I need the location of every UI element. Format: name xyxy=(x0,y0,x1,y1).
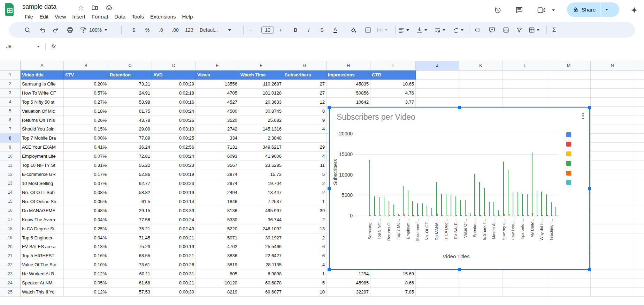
cell[interactable] xyxy=(416,269,459,278)
cell[interactable]: ACE Your EXAM xyxy=(21,143,64,152)
cell[interactable] xyxy=(591,242,634,251)
row-header-16[interactable]: 16 xyxy=(0,206,21,215)
cell[interactable]: 10.65 xyxy=(370,80,416,89)
row-header-17[interactable]: 17 xyxy=(0,215,21,224)
cell[interactable] xyxy=(591,233,634,243)
cell[interactable] xyxy=(591,152,634,161)
column-header-N[interactable]: N xyxy=(591,61,634,70)
cell[interactable]: 6093 xyxy=(196,152,239,161)
cell[interactable]: 0.20% xyxy=(64,80,108,89)
cell[interactable]: 2 xyxy=(283,215,327,224)
cell[interactable]: 0:00:24 xyxy=(152,215,196,224)
row-header-18[interactable]: 18 xyxy=(0,224,21,233)
text-rotation-icon[interactable] xyxy=(452,22,464,38)
cell[interactable] xyxy=(591,269,634,278)
menu-item-help[interactable]: Help xyxy=(179,13,196,20)
cell[interactable]: 2974 xyxy=(196,179,239,188)
version-history-icon[interactable] xyxy=(493,6,502,14)
chart-bar-views[interactable] xyxy=(532,152,532,216)
menu-item-format[interactable]: Format xyxy=(89,13,112,20)
cell[interactable]: How To Write CF xyxy=(21,89,64,98)
cell[interactable]: 62.77 xyxy=(108,179,152,188)
cell[interactable]: 0.27% xyxy=(64,98,108,107)
column-header-I[interactable]: I xyxy=(370,61,416,70)
cell[interactable]: 61.75 xyxy=(108,107,152,116)
cell[interactable]: 10120 xyxy=(196,278,239,288)
cell[interactable]: Value Of The Sto xyxy=(21,260,64,269)
chart-bar-views[interactable] xyxy=(484,188,485,216)
chart-bar-watch-time[interactable] xyxy=(385,215,385,216)
cell[interactable]: 61.68 xyxy=(108,278,152,288)
cell[interactable] xyxy=(591,288,634,297)
cell[interactable] xyxy=(459,269,503,278)
row-header-2[interactable]: 2 xyxy=(0,80,21,89)
fill-color-icon[interactable] xyxy=(347,22,360,38)
row-header-1[interactable]: 1 xyxy=(0,70,21,80)
chart-bar-watch-time[interactable] xyxy=(423,215,423,216)
cell[interactable] xyxy=(591,188,634,197)
cell[interactable]: 4.76 xyxy=(370,89,416,98)
chart-bar-views[interactable] xyxy=(541,192,542,216)
cell[interactable]: Top 5 HIGHEST xyxy=(21,251,64,260)
cell[interactable]: Top 5 Nifty 50 st xyxy=(21,98,64,107)
cell[interactable] xyxy=(547,89,591,98)
chart-bar-views[interactable] xyxy=(422,203,423,216)
cell[interactable]: 0:02:18 xyxy=(152,89,196,98)
zoom-select[interactable]: 100% xyxy=(92,22,105,38)
cell[interactable] xyxy=(503,98,547,107)
cell[interactable]: 8136 xyxy=(196,206,239,215)
cell[interactable]: No. Of OTT Sub xyxy=(21,188,64,197)
cell[interactable]: 57.53 xyxy=(108,288,152,297)
cell[interactable] xyxy=(416,89,459,98)
document-title[interactable]: sample data xyxy=(22,3,56,10)
legend-swatch[interactable] xyxy=(566,142,571,147)
cell[interactable]: 71.45 xyxy=(108,233,152,243)
cell[interactable]: 2494 xyxy=(196,188,239,197)
cell[interactable]: 0:00:19 xyxy=(152,170,196,179)
cell[interactable] xyxy=(591,143,634,152)
chart-bar-views[interactable] xyxy=(460,200,461,216)
chart-bar-watch-time[interactable] xyxy=(428,215,428,216)
pivot-table-icon[interactable] xyxy=(528,22,540,38)
chart-bar-views[interactable] xyxy=(465,200,466,216)
borders-icon[interactable] xyxy=(362,22,374,38)
cell[interactable]: 0.41% xyxy=(64,143,108,152)
cell[interactable]: 4 xyxy=(283,125,327,134)
name-box[interactable]: J8 xyxy=(6,44,12,49)
cell[interactable] xyxy=(591,98,634,107)
cell[interactable] xyxy=(459,278,503,288)
cell[interactable]: 32297 xyxy=(327,288,370,297)
cell[interactable]: 0.31% xyxy=(64,161,108,170)
legend-swatch[interactable] xyxy=(566,161,571,166)
cell[interactable] xyxy=(591,260,634,269)
cell[interactable]: 0.48% xyxy=(64,206,108,215)
chart-bar-watch-time[interactable] xyxy=(380,215,381,216)
chart-bar-views[interactable] xyxy=(513,192,513,216)
cell[interactable]: 349.6217 xyxy=(239,143,283,152)
cell[interactable] xyxy=(416,288,459,297)
chart-bar-watch-time[interactable] xyxy=(485,215,485,216)
more-formats-button[interactable]: 123 xyxy=(183,22,196,38)
font-select[interactable]: Defaul... xyxy=(201,22,229,38)
column-header-B[interactable]: B xyxy=(64,61,108,70)
cell[interactable]: Retention xyxy=(108,70,152,80)
chart-bar-views[interactable] xyxy=(393,204,394,216)
chart-bar-watch-time[interactable] xyxy=(432,215,433,216)
chart-resize-handle[interactable] xyxy=(328,268,331,271)
row-header-25[interactable]: 25 xyxy=(0,288,21,297)
cell[interactable] xyxy=(591,70,634,80)
formula-input[interactable] xyxy=(63,42,620,51)
legend-swatch[interactable] xyxy=(566,171,571,176)
cell[interactable]: 0:00:16 xyxy=(152,98,196,107)
increase-font-size-button[interactable]: + xyxy=(274,22,287,38)
cell[interactable]: 0.04% xyxy=(64,233,108,243)
search-icon[interactable] xyxy=(21,22,34,38)
chart-bar-views[interactable] xyxy=(555,207,556,216)
menu-item-insert[interactable]: Insert xyxy=(69,13,89,20)
cell[interactable]: 8.66 xyxy=(370,278,416,288)
sheets-logo-icon[interactable] xyxy=(5,3,15,16)
legend-swatch[interactable] xyxy=(566,132,571,137)
chart-bar-views[interactable] xyxy=(546,194,547,216)
cell[interactable]: 0:02:56 xyxy=(152,143,196,152)
cell[interactable]: 1294 xyxy=(327,269,370,278)
